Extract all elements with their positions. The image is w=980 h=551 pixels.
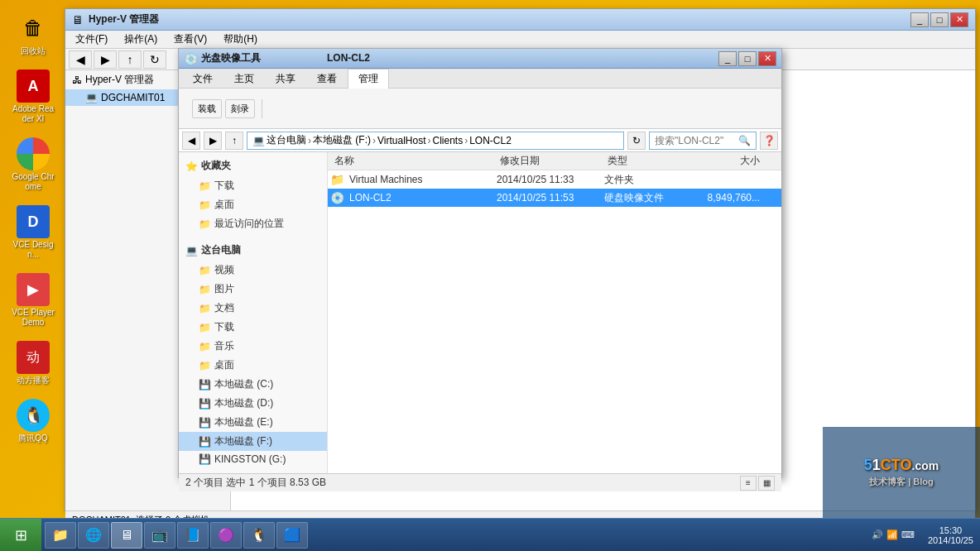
- taskbar-item-8[interactable]: 🟦: [276, 522, 308, 549]
- desktop-icon-player[interactable]: ▶ VCE Player Demo: [8, 270, 58, 331]
- file-name-vm: Virtual Machines: [346, 174, 493, 185]
- tab-share[interactable]: 共享: [265, 69, 306, 89]
- vce-icon: D: [17, 205, 50, 238]
- explorer-close-button[interactable]: ✕: [758, 51, 776, 66]
- nav-item-driveC[interactable]: 💾 本地磁盘 (C:): [179, 375, 327, 394]
- explorer-minimize-button[interactable]: _: [718, 51, 737, 66]
- file-name-loncl2: LON-CL2: [346, 192, 493, 204]
- close-button[interactable]: ✕: [950, 12, 968, 27]
- taskbar-hyperv-icon: 🖥: [118, 527, 135, 544]
- up-button[interactable]: ↑: [118, 50, 142, 69]
- file-size-loncl2: 8,949,760...: [684, 192, 766, 204]
- tab-manage[interactable]: 管理: [348, 69, 389, 89]
- explorer-maximize-button[interactable]: □: [738, 51, 757, 66]
- nav-item-driveG[interactable]: 💾 KINGSTON (G:): [179, 451, 327, 467]
- nav-item-video[interactable]: 📁 视频: [179, 261, 327, 280]
- thispc-header[interactable]: 💻 这台电脑: [179, 240, 327, 261]
- desktop-icon-chrome[interactable]: Google Chrome: [8, 134, 58, 195]
- nav-item-driveF[interactable]: 💾 本地磁盘 (F:): [179, 432, 327, 451]
- nav-item-driveE[interactable]: 💾 本地磁盘 (E:): [179, 413, 327, 432]
- burn-btn[interactable]: 刻录: [225, 99, 255, 118]
- list-view-button[interactable]: ≡: [740, 476, 757, 491]
- taskbar-items: 📁 🌐 🖥 📺 📘 🟣 🐧 🟦: [41, 519, 865, 551]
- help-button[interactable]: ❓: [760, 132, 778, 150]
- desktop-icon-dongfang[interactable]: 动 动方播客: [8, 338, 58, 389]
- search-input[interactable]: [655, 135, 735, 146]
- taskbar-item-explorer[interactable]: 📁: [45, 522, 76, 549]
- desktop2-icon: 📁: [199, 360, 211, 371]
- nav-item-desktop[interactable]: 📁 桌面: [179, 195, 327, 214]
- explorer-body: ⭐ 收藏夹 📁 下载 📁 桌面 📁 最近访问的位置 💻: [179, 152, 781, 473]
- col-header-name[interactable]: 名称: [328, 152, 493, 170]
- taskbar-clock[interactable]: 15:30 2014/10/25: [921, 525, 980, 545]
- desktop-icon-vce[interactable]: D VCE Design...: [8, 202, 58, 263]
- driveG-icon: 💾: [199, 453, 211, 465]
- refresh-button[interactable]: ↻: [143, 50, 166, 69]
- clock-date: 2014/10/25: [928, 535, 973, 545]
- desktop-icon-adobe[interactable]: A Adobe Reader XI: [8, 66, 58, 127]
- minimize-button[interactable]: _: [910, 12, 929, 27]
- desktop-icon-qq[interactable]: 🐧 腾讯QQ: [8, 395, 58, 447]
- qq-label: 腾讯QQ: [18, 434, 48, 443]
- desktop: 🗑 回收站 A Adobe Reader XI Google Chrome D …: [0, 0, 980, 551]
- nav-item-docs[interactable]: 📁 文档: [179, 299, 327, 318]
- taskbar-item-hyperv[interactable]: 🖥: [111, 522, 142, 549]
- explorer-title: 光盘映像工具 LON-CL2: [201, 51, 718, 65]
- explorer-nav: ⭐ 收藏夹 📁 下载 📁 桌面 📁 最近访问的位置 💻: [179, 152, 328, 473]
- taskbar-item-4[interactable]: 📺: [144, 522, 175, 549]
- nav-item-download[interactable]: 📁 下载: [179, 176, 327, 195]
- nav-item-pictures[interactable]: 📁 图片: [179, 280, 327, 299]
- menu-file[interactable]: 文件(F): [69, 31, 114, 48]
- col-header-date[interactable]: 修改日期: [493, 152, 601, 170]
- addr-up-button[interactable]: ↑: [225, 132, 243, 150]
- taskbar-item-7[interactable]: 🐧: [243, 522, 275, 549]
- recycle-icon: 🗑: [17, 12, 50, 45]
- nav-item-recent[interactable]: 📁 最近访问的位置: [179, 214, 327, 233]
- addr-forward-button[interactable]: ▶: [204, 132, 222, 150]
- search-box[interactable]: 🔍: [649, 132, 757, 150]
- col-header-size[interactable]: 大小: [684, 152, 766, 170]
- nav-item-music[interactable]: 📁 音乐: [179, 337, 327, 356]
- detail-view-button[interactable]: ▦: [758, 476, 775, 491]
- taskbar-item-5[interactable]: 📘: [177, 522, 209, 549]
- start-button[interactable]: ⊞: [0, 519, 41, 552]
- tab-home[interactable]: 主页: [223, 69, 265, 89]
- tab-view[interactable]: 查看: [306, 69, 348, 89]
- chrome-label: Google Chrome: [12, 172, 55, 192]
- taskbar-icon-5: 📘: [185, 527, 201, 544]
- desktop-folder-icon: 📁: [199, 199, 211, 211]
- file-item-virtual-machines[interactable]: 📁 Virtual Machines 2014/10/25 11:33 文件夹: [328, 170, 781, 189]
- mount-btn[interactable]: 装载: [192, 99, 222, 118]
- col-header-type[interactable]: 类型: [601, 152, 684, 170]
- taskbar-item-2[interactable]: 🌐: [78, 522, 109, 549]
- menu-action[interactable]: 操作(A): [118, 31, 164, 48]
- driveD-icon: 💾: [199, 398, 211, 410]
- menu-help[interactable]: 帮助(H): [217, 31, 264, 48]
- download-folder-icon: 📁: [199, 180, 211, 192]
- file-item-loncl2[interactable]: 💿 LON-CL2 2014/10/25 11:53 硬盘映像文件 8,949,…: [328, 189, 781, 207]
- address-path[interactable]: 💻 这台电脑 › 本地磁盘 (F:) › VirtualHost › Clien…: [247, 132, 624, 150]
- maximize-button[interactable]: □: [930, 12, 949, 27]
- nav-item-driveD[interactable]: 💾 本地磁盘 (D:): [179, 394, 327, 413]
- docs-icon: 📁: [199, 303, 211, 314]
- desktop-icon-recycle[interactable]: 🗑 回收站: [8, 8, 58, 60]
- driveC-icon: 💾: [199, 379, 211, 390]
- disk-icon-loncl2: 💿: [328, 191, 346, 204]
- addr-back-button[interactable]: ◀: [182, 132, 200, 150]
- window-controls: _ □ ✕: [910, 12, 968, 27]
- pc-icon: 💻: [252, 135, 265, 146]
- back-button[interactable]: ◀: [69, 50, 92, 69]
- music-icon: 📁: [199, 341, 211, 352]
- file-date-loncl2: 2014/10/25 11:53: [493, 192, 601, 204]
- forward-button[interactable]: ▶: [94, 50, 117, 69]
- tab-file[interactable]: 文件: [182, 69, 223, 89]
- chrome-icon: [17, 137, 50, 170]
- nav-item-downloads[interactable]: 📁 下载: [179, 318, 327, 337]
- nav-item-desktop2[interactable]: 📁 桌面: [179, 356, 327, 375]
- favorites-header[interactable]: ⭐ 收藏夹: [179, 156, 327, 176]
- taskbar-item-6[interactable]: 🟣: [210, 522, 242, 549]
- addr-refresh-button[interactable]: ↻: [627, 132, 646, 150]
- menu-view[interactable]: 查看(V): [167, 31, 214, 48]
- player-icon: ▶: [17, 273, 50, 306]
- explorer-addressbar: ◀ ▶ ↑ 💻 这台电脑 › 本地磁盘 (F:) › VirtualHost ›…: [179, 129, 781, 152]
